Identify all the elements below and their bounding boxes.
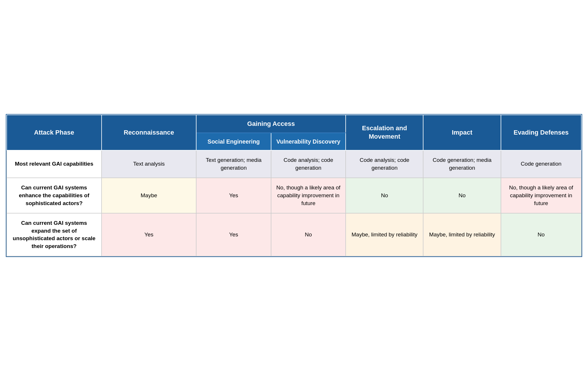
header-attack-phase: Attack Phase [7,115,102,151]
table-row-unsoph: Can current GAI systems expand the set o… [7,213,581,256]
row-unsoph-evading: No [501,213,581,256]
header-impact: Impact [423,115,501,151]
row-unsoph-social: Yes [196,213,271,256]
row-unsoph-escalation: Maybe, limited by reliability [346,213,423,256]
header-reconnaissance: Reconnaissance [102,115,196,151]
row-soph-vuln: No, though a likely area of capability i… [271,178,346,213]
row-gai-impact: Code generation; media generation [423,150,501,178]
table-row-gai: Most relevant GAI capabilities Text anal… [7,150,581,178]
header-evading-defenses: Evading Defenses [501,115,581,151]
row-gai-evading: Code generation [501,150,581,178]
cybersecurity-table: Attack Phase Reconnaissance Gaining Acce… [6,115,582,257]
row-unsoph-recon: Yes [102,213,196,256]
row-unsoph-label: Can current GAI systems expand the set o… [7,213,102,256]
row-gai-label: Most relevant GAI capabilities [7,150,102,178]
row-gai-social: Text generation; media generation [196,150,271,178]
row-gai-vuln: Code analysis; code generation [271,150,346,178]
row-gai-recon: Text analysis [102,150,196,178]
row-gai-escalation: Code analysis; code generation [346,150,423,178]
header-vulnerability-discovery: Vulnerability Discovery [271,133,346,150]
row-soph-impact: No [423,178,501,213]
row-unsoph-impact: Maybe, limited by reliability [423,213,501,256]
row-unsoph-vuln: No [271,213,346,256]
row-soph-label: Can current GAI systems enhance the capa… [7,178,102,213]
header-row-top: Attack Phase Reconnaissance Gaining Acce… [7,115,581,133]
table-row-soph: Can current GAI systems enhance the capa… [7,178,581,213]
header-escalation: Escalation and Movement [346,115,423,151]
row-soph-evading: No, though a likely area of capability i… [501,178,581,213]
row-soph-recon: Maybe [102,178,196,213]
row-soph-social: Yes [196,178,271,213]
header-gaining-access: Gaining Access [196,115,346,133]
row-soph-escalation: No [346,178,423,213]
main-table-wrapper: Attack Phase Reconnaissance Gaining Acce… [6,114,582,257]
header-social-engineering: Social Engineering [196,133,271,150]
